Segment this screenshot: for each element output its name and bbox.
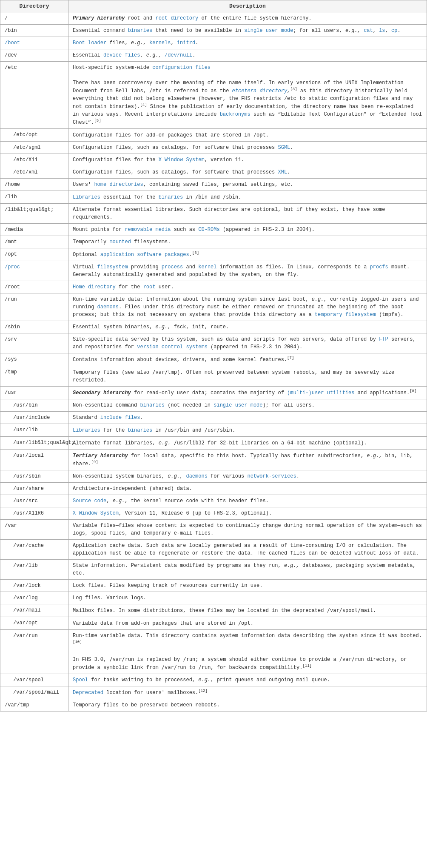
description-cell: Temporarily mounted filesystems.	[68, 236, 427, 248]
description-cell: Configuration files for the X Window Sys…	[68, 154, 427, 166]
directory-cell: /usr/sbin	[0, 470, 68, 483]
directory-cell: /usr/X11R6	[0, 507, 68, 520]
description-cell: X Window System, Version 11, Release 6 (…	[68, 507, 427, 520]
directory-cell: /srv	[0, 333, 68, 353]
description-cell: Application cache data. Such data are lo…	[68, 540, 427, 560]
description-cell: Alternate format essential libraries. Su…	[68, 204, 427, 224]
directory-cell: /var/tmp	[0, 699, 68, 711]
description-cell: Home directory for the root user.	[68, 281, 427, 293]
directory-cell: /mnt	[0, 236, 68, 248]
directory-cell: /usr/share	[0, 483, 68, 495]
directory-cell: /media	[0, 224, 68, 236]
description-cell: Libraries for the binaries in /usr/bin a…	[68, 424, 427, 437]
description-cell: Mailbox files. In some distributions, th…	[68, 604, 427, 617]
directory-cell: /bin	[0, 25, 68, 37]
directory-cell: /sbin	[0, 321, 68, 333]
description-cell: Run-time variable data. This directory c…	[68, 630, 427, 674]
description-cell: Temporary files to be preserved between …	[68, 699, 427, 711]
directory-cell: /var/spool/mail	[0, 686, 68, 699]
description-cell: Source code, e.g., the kernel source cod…	[68, 495, 427, 507]
fhs-table: Directory Description /Primary hierarchy…	[0, 0, 427, 711]
description-cell: Standard include files.	[68, 412, 427, 424]
directory-cell: /proc	[0, 261, 68, 281]
directory-cell: /boot	[0, 37, 68, 49]
directory-cell: /home	[0, 179, 68, 191]
directory-cell: /var/log	[0, 592, 68, 604]
directory-cell: /dev	[0, 49, 68, 62]
directory-cell: /usr/lib&lt;qual&gt;	[0, 437, 68, 450]
description-cell: Log files. Various logs.	[68, 592, 427, 604]
directory-cell: /var/mail	[0, 604, 68, 617]
description-cell: Libraries essential for the binaries in …	[68, 191, 427, 204]
directory-cell: /lib&lt;qual&gt;	[0, 204, 68, 224]
directory-cell: /var/lock	[0, 580, 68, 592]
description-cell: Non-essential system binaries, e.g., dae…	[68, 470, 427, 483]
description-cell: Boot loader files, e.g., kernels, initrd…	[68, 37, 427, 49]
description-cell: Variable files—files whose content is ex…	[68, 520, 427, 540]
directory-cell: /usr/src	[0, 495, 68, 507]
directory-cell: /usr/bin	[0, 399, 68, 412]
description-cell: Deprecated location for users' mailboxes…	[68, 686, 427, 699]
description-cell: Tertiary hierarchy for local data, speci…	[68, 450, 427, 470]
directory-cell: /etc/opt	[0, 129, 68, 142]
directory-cell: /usr/include	[0, 412, 68, 424]
directory-cell: /var/lib	[0, 560, 68, 580]
description-cell: Lock files. Files keeping track of resou…	[68, 580, 427, 592]
directory-cell: /var/run	[0, 630, 68, 674]
description-cell: Virtual filesystem providing process and…	[68, 261, 427, 281]
directory-cell: /run	[0, 293, 68, 321]
description-cell: Essential command binaries that need to …	[68, 25, 427, 37]
directory-cell: /var	[0, 520, 68, 540]
directory-cell: /var/cache	[0, 540, 68, 560]
description-cell: Spool for tasks waiting to be processed,…	[68, 674, 427, 686]
description-cell: Secondary hierarchy for read-only user d…	[68, 387, 427, 399]
description-cell: Site-specific data served by this system…	[68, 333, 427, 353]
description-cell: Essential device files, e.g., /dev/null.	[68, 49, 427, 62]
directory-cell: /var/spool	[0, 674, 68, 686]
directory-cell: /sys	[0, 353, 68, 366]
description-cell: Configuration files for add-on packages …	[68, 129, 427, 142]
description-cell: Architecture-independent (shared) data.	[68, 483, 427, 495]
directory-cell: /	[0, 12, 68, 25]
directory-cell: /tmp	[0, 366, 68, 387]
description-cell: Temporary files (see also /var/tmp). Oft…	[68, 366, 427, 387]
directory-cell: /opt	[0, 248, 68, 261]
description-cell: Configuration files, such as catalogs, f…	[68, 142, 427, 154]
description-cell: Contains information about devices, driv…	[68, 353, 427, 366]
directory-cell: /usr/local	[0, 450, 68, 470]
description-cell: State information. Persistent data modif…	[68, 560, 427, 580]
directory-cell: /etc	[0, 62, 68, 129]
directory-cell: /var/opt	[0, 617, 68, 630]
description-cell: Mount points for removable media such as…	[68, 224, 427, 236]
directory-cell: /lib	[0, 191, 68, 204]
description-cell: Configuration files, such as catalogs, f…	[68, 166, 427, 179]
directory-header: Directory	[0, 0, 68, 12]
description-cell: Alternate format libraries, e.g. /usr/li…	[68, 437, 427, 450]
description-cell: Users' home directories, containing save…	[68, 179, 427, 191]
directory-cell: /etc/X11	[0, 154, 68, 166]
directory-cell: /usr	[0, 387, 68, 399]
description-cell: Non-essential command binaries (not need…	[68, 399, 427, 412]
directory-cell: /etc/xml	[0, 166, 68, 179]
description-cell: Host-specific system-wide configuration …	[68, 62, 427, 129]
directory-cell: /usr/lib	[0, 424, 68, 437]
description-cell: Primary hierarchy root and root director…	[68, 12, 427, 25]
directory-cell: /root	[0, 281, 68, 293]
directory-cell: /etc/sgml	[0, 142, 68, 154]
description-cell: Optional application software packages.[…	[68, 248, 427, 261]
description-cell: Essential system binaries, e.g., fsck, i…	[68, 321, 427, 333]
description-header: Description	[68, 0, 427, 12]
description-cell: Run-time variable data: Information abou…	[68, 293, 427, 321]
description-cell: Variable data from add-on packages that …	[68, 617, 427, 630]
